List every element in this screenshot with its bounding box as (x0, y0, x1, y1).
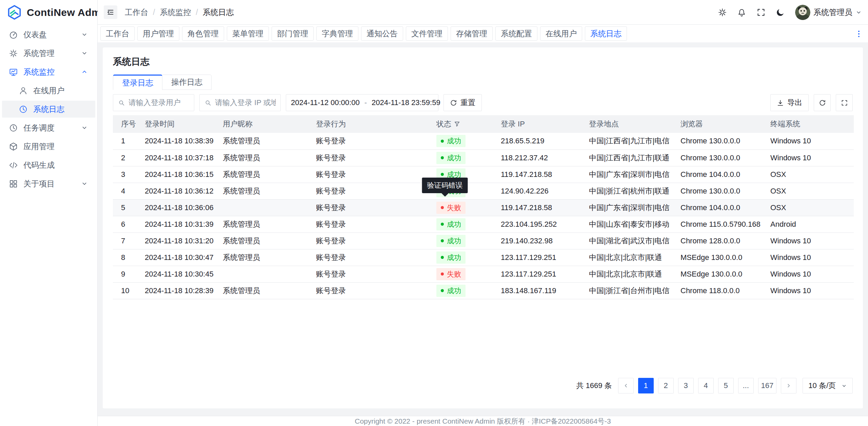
export-button[interactable]: 导出 (770, 94, 809, 111)
table-row[interactable]: 8 2024-11-18 10:30:47 系统管理员 账号登录 成功 123.… (113, 249, 854, 266)
cell-browser: Chrome 130.0.0.0 (672, 133, 762, 149)
table-row[interactable]: 1 2024-11-18 10:38:39 系统管理员 账号登录 成功 218.… (113, 133, 854, 149)
date-range-picker[interactable]: 2024-11-12 00:00:00 - 2024-11-18 23:59:5… (286, 94, 438, 111)
sidebar-item-system-management[interactable]: 系统管理 (2, 45, 95, 62)
cell-status: 成功 (428, 216, 493, 232)
tab-file-management[interactable]: 文件管理 (406, 26, 448, 41)
table-row[interactable]: 5 2024-11-18 10:36:06 账号登录 失败 119.147.21… (113, 199, 854, 216)
table-row[interactable]: 2 2024-11-18 10:37:18 系统管理员 账号登录 成功 118.… (113, 149, 854, 166)
table-header: 序号 登录时间 用户昵称 登录行为 状态 登录 IP 登录地点 浏览器 终端系 (113, 115, 854, 133)
tab-workbench[interactable]: 工作台 (100, 26, 135, 41)
gauge-icon (9, 30, 18, 39)
filter-funnel-icon[interactable] (454, 121, 460, 127)
tab-operation-log[interactable]: 操作日志 (162, 75, 212, 90)
tab-label: 系统配置 (501, 28, 532, 39)
sidebar-item-system-log[interactable]: 系统日志 (2, 101, 95, 118)
pagination-ellipsis-button[interactable]: ... (738, 378, 754, 393)
reset-button[interactable]: 重置 (443, 94, 482, 111)
settings-gear-icon[interactable] (718, 8, 727, 17)
pagination-next-button[interactable] (781, 378, 796, 393)
breadcrumb: 工作台 / 系统监控 / 系统日志 (125, 7, 234, 18)
tab-label: 系统日志 (590, 28, 622, 39)
cell-status: 成功 (428, 282, 493, 299)
cell-no: 6 (113, 216, 137, 232)
cell-browser: Chrome 128.0.0.0 (672, 232, 762, 249)
pagination-prev-button[interactable] (618, 378, 634, 393)
status-label: 成功 (447, 153, 461, 163)
cube-icon (9, 142, 18, 151)
pagination-page-button[interactable]: 1 (638, 378, 654, 393)
search-ip-input[interactable] (215, 98, 276, 107)
cell-ip: 219.140.232.98 (493, 232, 581, 249)
breadcrumb-item[interactable]: 系统监控 (160, 7, 191, 18)
col-header-browser: 浏览器 (672, 115, 762, 133)
notification-bell-icon[interactable] (737, 8, 746, 17)
user-menu[interactable]: 系统管理员 (795, 5, 862, 20)
search-user-input[interactable] (129, 98, 189, 107)
tab-storage-management[interactable]: 存储管理 (451, 26, 493, 41)
pagination-page-button[interactable]: 3 (678, 378, 694, 393)
pagination-page-button[interactable]: 4 (698, 378, 714, 393)
sidebar-item-dashboard[interactable]: 仪表盘 (2, 26, 95, 43)
pagination-page-button[interactable]: 167 (758, 378, 777, 393)
main-area: 工作台 / 系统监控 / 系统日志 (98, 0, 868, 426)
cell-ip: 223.104.195.252 (493, 216, 581, 232)
cell-os: Windows 10 (762, 282, 854, 299)
cell-nickname (215, 266, 308, 282)
tab-system-config[interactable]: 系统配置 (495, 26, 537, 41)
cell-behavior: 账号登录 (308, 133, 428, 149)
tab-dict-management[interactable]: 字典管理 (316, 26, 358, 41)
sidebar-item-app-management[interactable]: 应用管理 (2, 138, 95, 155)
pagination-page-button[interactable]: 5 (718, 378, 734, 393)
cell-time: 2024-11-18 10:30:45 (137, 266, 215, 282)
table-row[interactable]: 6 2024-11-18 10:31:39 系统管理员 账号登录 成功 223.… (113, 216, 854, 232)
cell-behavior: 账号登录 (308, 149, 428, 166)
sidebar-item-about-project[interactable]: 关于项目 (2, 175, 95, 192)
breadcrumb-item-current: 系统日志 (203, 7, 234, 18)
pagination-page-button[interactable]: 2 (658, 378, 674, 393)
refresh-table-button[interactable] (814, 94, 831, 111)
avatar (795, 5, 810, 20)
tab-login-log[interactable]: 登录日志 (113, 75, 162, 90)
logo[interactable]: ContiNew Admin (0, 0, 97, 25)
cell-ip: 119.147.218.58 (493, 199, 581, 216)
page-size-select[interactable]: 10 条/页 (803, 378, 853, 393)
fullscreen-icon[interactable] (756, 8, 766, 17)
filter-toolbar: 2024-11-12 00:00:00 - 2024-11-18 23:59:5… (113, 94, 853, 111)
chevron-left-icon (623, 383, 629, 389)
gear-icon (9, 49, 18, 58)
sidebar-item-online-users[interactable]: 在线用户 (2, 82, 95, 99)
dark-mode-moon-icon[interactable] (776, 8, 785, 17)
tab-notice[interactable]: 通知公告 (361, 26, 403, 41)
reset-button-label: 重置 (460, 98, 475, 108)
table-row[interactable]: 3 2024-11-18 10:36:15 系统管理员 账号登录 成功 119.… (113, 166, 854, 183)
tab-online-users[interactable]: 在线用户 (540, 26, 582, 41)
cell-nickname: 系统管理员 (215, 232, 308, 249)
sidebar-collapse-button[interactable] (104, 5, 117, 19)
cell-browser: Chrome 104.0.0.0 (672, 166, 762, 183)
table-row[interactable]: 7 2024-11-18 10:31:20 系统管理员 账号登录 成功 219.… (113, 232, 854, 249)
tab-role-management[interactable]: 角色管理 (182, 26, 224, 41)
table-row[interactable]: 4 2024-11-18 10:36:12 系统管理员 账号登录 成功 124.… (113, 183, 854, 199)
sidebar-item-code-generation[interactable]: 代码生成 (2, 157, 95, 174)
monitor-icon (9, 67, 18, 77)
tabs-more-icon[interactable] (854, 29, 863, 38)
download-icon (777, 99, 784, 106)
tab-user-management[interactable]: 用户管理 (137, 26, 179, 41)
page-size-value: 10 条/页 (808, 381, 836, 391)
cell-ip: 183.148.167.119 (493, 282, 581, 299)
sidebar-item-system-monitor[interactable]: 系统监控 (2, 63, 95, 80)
status-dot-icon (441, 173, 444, 176)
cell-no: 8 (113, 249, 137, 266)
tab-dept-management[interactable]: 部门管理 (272, 26, 314, 41)
tab-menu-management[interactable]: 菜单管理 (227, 26, 269, 41)
table-row[interactable]: 10 2024-11-18 10:28:39 系统管理员 账号登录 成功 183… (113, 282, 854, 299)
sidebar-item-task-scheduling[interactable]: 任务调度 (2, 119, 95, 136)
status-label: 成功 (447, 220, 461, 229)
fullscreen-table-button[interactable] (836, 94, 853, 111)
breadcrumb-item[interactable]: 工作台 (125, 7, 148, 18)
status-badge[interactable]: 失败 (436, 202, 466, 214)
table-row[interactable]: 9 2024-11-18 10:30:45 账号登录 失败 123.117.12… (113, 266, 854, 282)
tab-system-log[interactable]: 系统日志 (585, 26, 627, 41)
chevron-down-icon (855, 9, 862, 16)
